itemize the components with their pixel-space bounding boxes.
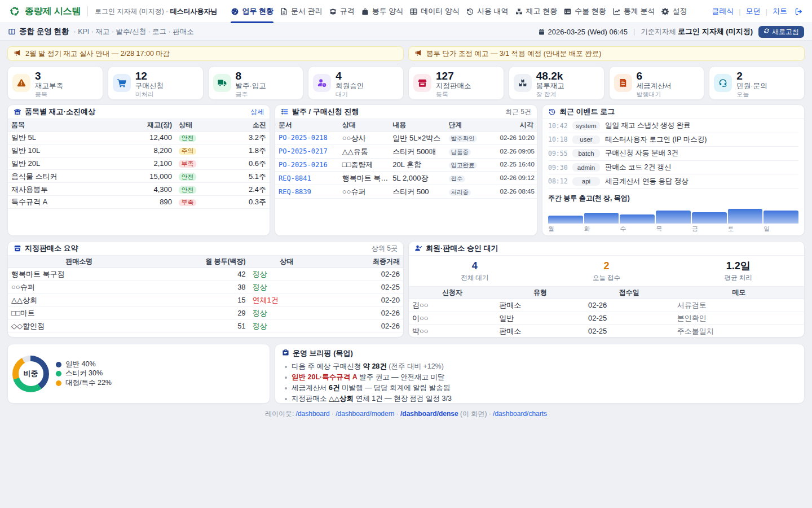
legend-item: 일반 40% bbox=[56, 361, 112, 369]
nav-item[interactable]: 업무 현황 bbox=[231, 0, 273, 23]
briefing-item: 지정판매소 △△상회 연체 1건 — 현장 점검 일정 3/3 bbox=[282, 393, 797, 404]
doc-link[interactable]: PO-2025-0217 bbox=[279, 147, 328, 155]
divider: · bbox=[330, 410, 336, 418]
kpi-value: 127 bbox=[436, 71, 471, 81]
nav-item[interactable]: 문서 관리 bbox=[280, 0, 323, 23]
legend-label: 대형/특수 22% bbox=[65, 379, 112, 387]
legend-dot bbox=[56, 362, 61, 367]
divider: | bbox=[739, 7, 740, 16]
layout-link[interactable]: /dashboard/modern bbox=[336, 410, 394, 418]
party-name: △△유통 bbox=[339, 144, 390, 158]
doc-link[interactable]: REQ-8839 bbox=[279, 188, 311, 196]
history-icon bbox=[466, 7, 474, 16]
bar-column bbox=[584, 209, 619, 224]
user-check-icon bbox=[414, 244, 422, 252]
layout-link[interactable]: /dashboard/dense bbox=[400, 410, 458, 418]
kpi-sublabel: 대기 bbox=[336, 91, 364, 98]
table-row: PO-2025-0218○○상사일반 5L×2박스발주확인02-26 10:20 bbox=[275, 132, 537, 145]
bar-label: 일 bbox=[764, 224, 798, 233]
approvals-table: 신청자유형접수일메모김○○판매소02-26서류검토이○○일반02-25본인확인박… bbox=[409, 287, 804, 338]
mode-link[interactable]: 모던 bbox=[746, 6, 761, 16]
bar-column bbox=[656, 209, 691, 224]
kpi-value: 48.2k bbox=[536, 71, 564, 81]
nav-item[interactable]: 규격 bbox=[329, 0, 355, 23]
doc-link[interactable]: PO-2025-0216 bbox=[279, 161, 328, 169]
kpi-value: 4 bbox=[336, 71, 364, 81]
nav-item[interactable]: 설정 bbox=[661, 0, 687, 23]
orders-panel: 발주 / 구매신청 진행 최근 5건 문서상대내용단계시각PO-2025-021… bbox=[275, 104, 537, 236]
kpi-value: 6 bbox=[637, 71, 672, 81]
refresh-button[interactable]: 새로고침 bbox=[758, 26, 804, 38]
weeks-left: 3.2주 bbox=[225, 132, 270, 144]
box-open-icon bbox=[329, 7, 337, 16]
column-header: 최종거래 bbox=[324, 256, 403, 268]
app-title: 종량제 시스템 bbox=[25, 6, 81, 17]
kpi-label: 세금계산서 bbox=[637, 82, 672, 90]
table-row: □□마트29정상02-26 bbox=[8, 306, 403, 319]
doc-cell: PO-2025-0218 bbox=[275, 132, 339, 145]
log-row: 10:18user테스터사용자 로그인 (IP 마스킹) bbox=[548, 133, 798, 147]
announcement: 봉투 단가 조정 예고 — 3/1 적용 예정 (안내문 배포 완료) bbox=[408, 46, 805, 61]
layout-link[interactable]: /dashboard/charts bbox=[493, 410, 547, 418]
nav-item[interactable]: 수불 현황 bbox=[563, 0, 606, 23]
received-date: 02-25 bbox=[585, 312, 674, 325]
memo-cell: 서류검토 bbox=[674, 299, 804, 312]
party-name: ○○상사 bbox=[339, 132, 390, 145]
memo-text: 주소불일치 bbox=[677, 327, 714, 335]
kpi-sublabel: 품목 bbox=[35, 91, 63, 98]
nav-item[interactable]: 재고 현황 bbox=[515, 0, 558, 23]
divider bbox=[87, 6, 88, 16]
seller-status: 정상 bbox=[253, 270, 267, 278]
nav-item[interactable]: 데이터 양식 bbox=[409, 0, 460, 23]
item-name: 음식물 스티커 bbox=[8, 170, 113, 183]
seller-status: 정상 bbox=[253, 283, 267, 291]
last-trade-date: 02-25 bbox=[324, 281, 403, 294]
bar-label: 화 bbox=[584, 224, 619, 233]
donut-center-label: 비중 bbox=[24, 369, 38, 379]
approval-stats: 4전체 대기2오늘 접수1.2일평균 처리 bbox=[409, 256, 804, 287]
stock-count: 12,400 bbox=[113, 132, 175, 144]
table-row: 특수규격 A890부족0.3주 bbox=[8, 195, 270, 208]
kpi-label: 재고부족 bbox=[35, 82, 63, 90]
table-row: 행복마트 북구점42정상02-26 bbox=[8, 268, 403, 281]
nav-item-label: 사용 내역 bbox=[477, 6, 509, 16]
log-tag: system bbox=[572, 121, 600, 130]
layout-link[interactable]: /dashboard bbox=[296, 410, 330, 418]
mode-link[interactable]: 차트 bbox=[773, 6, 787, 16]
top-bar: 종량제 시스템 로그인 지자체 (미지정) · 테스터사용자님 업무 현황문서 … bbox=[0, 0, 812, 23]
nav-item[interactable]: 봉투 양식 bbox=[361, 0, 404, 23]
stage-pill: 납품중 bbox=[449, 148, 471, 156]
column-header: 재고(장) bbox=[113, 119, 175, 132]
column-header: 접수일 bbox=[585, 287, 674, 299]
announcement: 2월 말 정기 재고 실사 안내 — 2/28 17:00 마감 bbox=[7, 46, 404, 61]
status-badge: 안전 bbox=[179, 173, 196, 181]
stage-cell: 접수 bbox=[445, 172, 497, 185]
truck-icon bbox=[213, 74, 231, 92]
column-header: 단계 bbox=[445, 119, 497, 132]
sellers-panel: 지정판매소 요약 상위 5곳 판매소명월 봉투(백장)상태최종거래행복마트 북구… bbox=[7, 241, 404, 338]
mode-link[interactable]: 클래식 bbox=[712, 6, 734, 16]
share-donut-chart: 비중 bbox=[12, 356, 49, 392]
item-name: 일반 5L bbox=[8, 132, 113, 144]
doc-link[interactable]: REQ-8841 bbox=[279, 174, 311, 182]
table-cells-icon bbox=[409, 7, 418, 16]
divider: | bbox=[633, 28, 635, 36]
footer-prefix: 레이아웃: bbox=[265, 410, 296, 418]
logout-icon[interactable] bbox=[795, 7, 803, 16]
doc-link[interactable]: PO-2025-0218 bbox=[279, 134, 328, 142]
nav-item[interactable]: 통계 분석 bbox=[612, 0, 655, 23]
detail-link[interactable]: 상세 bbox=[250, 107, 264, 117]
legend-label: 스티커 30% bbox=[65, 370, 103, 378]
boxes-icon bbox=[514, 74, 532, 92]
kpi-value: 3 bbox=[35, 71, 63, 81]
kpi-sublabel: 등록 bbox=[436, 91, 471, 98]
bar bbox=[764, 211, 798, 224]
column-header: 상태 bbox=[249, 256, 324, 268]
order-time: 02-26 10:20 bbox=[497, 132, 537, 145]
bar-label: 수 bbox=[620, 224, 655, 233]
legend-label: 일반 40% bbox=[65, 361, 96, 369]
stock-table: 품목재고(장)상태소진일반 5L12,400안전3.2주일반 10L8,200주… bbox=[8, 119, 270, 209]
bar-column bbox=[764, 209, 798, 224]
nav-item[interactable]: 사용 내역 bbox=[466, 0, 509, 23]
column-header: 시각 bbox=[497, 119, 537, 132]
